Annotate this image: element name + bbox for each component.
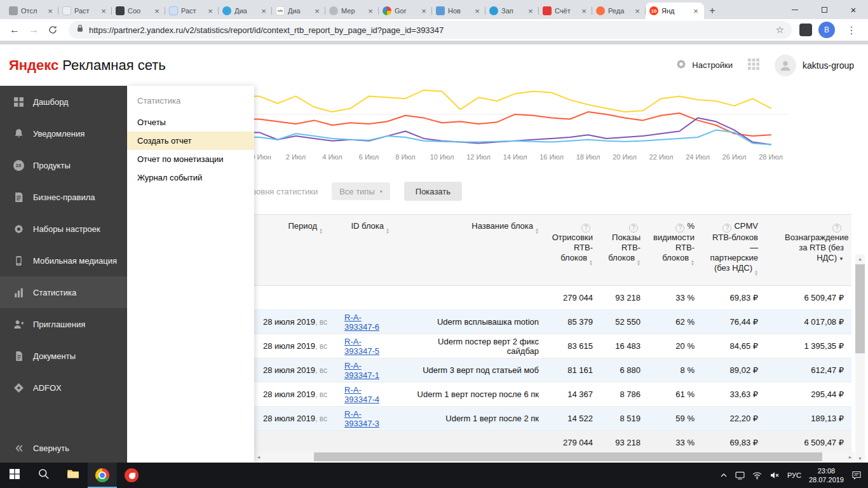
tab-close-icon[interactable]: × <box>691 6 700 16</box>
column-header[interactable]: ID блока▲▼ <box>330 215 397 286</box>
event-types-dropdown[interactable]: Все типы ▾ <box>332 182 390 200</box>
help-icon[interactable]: ? <box>581 224 590 233</box>
sort-both-icon[interactable]: ▲▼ <box>319 228 323 234</box>
taskbar-clock[interactable]: 23:08 28.07.2019 <box>809 466 844 484</box>
sidebar-item-products[interactable]: 10Продукты <box>0 149 127 181</box>
sort-both-icon[interactable]: ▲▼ <box>535 228 539 234</box>
help-icon[interactable]: ? <box>675 224 684 233</box>
submenu-item[interactable]: Отчеты <box>127 113 254 132</box>
scroll-down-icon[interactable]: ▼ <box>855 454 865 463</box>
extension-icon[interactable] <box>799 24 812 36</box>
column-header[interactable]: ?% видимости RTB-блоков▲▼ <box>648 215 702 286</box>
taskbar-file-explorer-button[interactable] <box>58 463 88 488</box>
submenu-item[interactable]: Журнал событий <box>127 168 254 187</box>
browser-tab[interactable]: Счёт× <box>539 3 592 19</box>
tab-close-icon[interactable]: × <box>526 6 535 16</box>
browser-profile-avatar[interactable]: B <box>818 22 835 38</box>
scroll-right-icon[interactable]: ► <box>846 452 855 461</box>
back-button[interactable]: ← <box>6 22 23 38</box>
browser-tab[interactable]: Диа× <box>219 3 272 19</box>
browser-menu-icon[interactable]: ⋮ <box>841 24 862 36</box>
tab-close-icon[interactable]: × <box>206 6 215 16</box>
tab-close-icon[interactable]: × <box>46 6 55 16</box>
horizontal-scrollbar[interactable]: ◄ ► <box>254 452 855 461</box>
tab-close-icon[interactable]: × <box>473 6 482 16</box>
browser-tab[interactable]: Нов× <box>432 3 485 19</box>
submenu-item[interactable]: Создать отчет <box>127 132 254 150</box>
yandex-logo[interactable]: ЯндексРекламная сеть <box>9 57 166 74</box>
window-maximize-button[interactable] <box>810 0 839 19</box>
bookmark-star-icon[interactable]: ☆ <box>776 24 784 36</box>
sort-both-icon[interactable]: ▲▼ <box>754 270 758 276</box>
block-id-link[interactable]: R-A-393347-6 <box>344 313 379 332</box>
sort-both-icon[interactable]: ▲▼ <box>637 260 641 266</box>
vertical-scrollbar[interactable]: ▲ ▼ <box>855 254 865 463</box>
sidebar-item-business-rules[interactable]: Бизнес-правила <box>0 181 127 213</box>
sidebar-item-settings-set[interactable]: Наборы настроек <box>0 213 127 245</box>
tab-close-icon[interactable]: × <box>580 6 588 16</box>
start-button[interactable] <box>0 463 29 488</box>
tab-close-icon[interactable]: × <box>313 6 322 16</box>
sidebar-item-dashboard[interactable]: Дашборд <box>0 86 127 118</box>
refresh-button[interactable] <box>44 22 61 38</box>
sort-desc-icon[interactable]: ▼ <box>839 256 844 262</box>
wifi-icon[interactable] <box>752 471 762 480</box>
scroll-left-icon[interactable]: ◄ <box>254 452 263 461</box>
submenu-item[interactable]: Отчет по монетизации <box>127 150 254 168</box>
taskbar-search-button[interactable] <box>29 463 58 488</box>
tab-close-icon[interactable]: × <box>99 6 108 16</box>
block-id-link[interactable]: R-A-393347-5 <box>344 337 379 356</box>
browser-tab[interactable]: Реда× <box>592 3 646 19</box>
browser-tab[interactable]: Отсл× <box>5 3 58 19</box>
browser-tab[interactable]: Соо× <box>112 3 165 19</box>
sidebar-item-documents[interactable]: Документы <box>0 340 127 372</box>
address-bar[interactable]: https://partner2.yandex.ru/v2/statistics… <box>69 21 792 39</box>
column-header[interactable]: ?Отрисовки RTB-блоков▲▼ <box>546 215 600 286</box>
taskbar-chrome-button[interactable] <box>88 463 117 488</box>
taskbar-yandex-browser-button[interactable] <box>117 463 146 488</box>
block-id-link[interactable]: R-A-393347-4 <box>344 385 379 404</box>
column-header[interactable]: Название блока▲▼ <box>397 215 546 286</box>
column-header[interactable]: ?Вознаграждение за RTB (без НДС)▼ <box>766 215 851 286</box>
browser-tab[interactable]: Раст× <box>58 3 112 19</box>
volume-muted-icon[interactable] <box>770 470 780 480</box>
tab-close-icon[interactable]: × <box>419 6 428 16</box>
window-close-button[interactable]: × <box>839 0 868 19</box>
block-id-link[interactable]: R-A-393347-3 <box>344 409 379 428</box>
sort-both-icon[interactable]: ▲▼ <box>589 260 593 266</box>
sidebar-item-mobile-mediation[interactable]: Мобильная медиация <box>0 245 127 276</box>
window-minimize-button[interactable] <box>780 0 810 19</box>
browser-tab[interactable]: </>Диа× <box>272 3 325 19</box>
url-text[interactable]: https://partner2.yandex.ru/v2/statistics… <box>89 25 771 35</box>
tab-close-icon[interactable]: × <box>633 6 642 16</box>
help-icon[interactable]: ? <box>629 224 638 233</box>
scroll-up-icon[interactable]: ▲ <box>855 254 865 263</box>
tab-close-icon[interactable]: × <box>153 6 161 16</box>
browser-tab[interactable]: 10Янд× <box>646 3 704 19</box>
network-icon[interactable] <box>735 471 745 480</box>
browser-tab[interactable]: Gor× <box>379 3 432 19</box>
browser-tab[interactable]: Зап× <box>485 3 539 19</box>
show-button[interactable]: Показать <box>404 182 462 201</box>
horizontal-scroll-thumb[interactable] <box>314 452 822 461</box>
new-tab-button[interactable]: + <box>704 3 721 19</box>
settings-button[interactable]: Настройки <box>675 58 733 72</box>
sort-both-icon[interactable]: ▲▼ <box>691 260 695 266</box>
block-id-link[interactable]: R-A-393347-1 <box>344 361 379 380</box>
user-menu[interactable]: kaktus-group <box>775 55 854 76</box>
forward-button[interactable]: → <box>25 22 42 38</box>
help-icon[interactable]: ? <box>832 224 841 233</box>
apps-grid-icon[interactable] <box>748 58 759 72</box>
column-header[interactable]: ?Показы RTB-блоков▲▼ <box>600 215 648 286</box>
browser-tab[interactable]: Раст× <box>165 3 219 19</box>
tab-close-icon[interactable]: × <box>259 6 268 16</box>
sidebar-item-notifications[interactable]: Уведомления <box>0 118 127 149</box>
sort-both-icon[interactable]: ▲▼ <box>386 228 390 234</box>
vertical-scroll-thumb[interactable] <box>855 264 865 353</box>
tab-close-icon[interactable]: × <box>366 6 375 16</box>
sidebar-collapse-button[interactable]: Свернуть <box>0 433 127 463</box>
language-indicator[interactable]: РУС <box>787 471 801 479</box>
sidebar-item-statistics[interactable]: Статистика <box>0 276 127 308</box>
browser-tab[interactable]: Мер× <box>325 3 379 19</box>
column-header[interactable]: ?CPMV RTB-блоков — партнерские (без НДС)… <box>702 215 766 286</box>
